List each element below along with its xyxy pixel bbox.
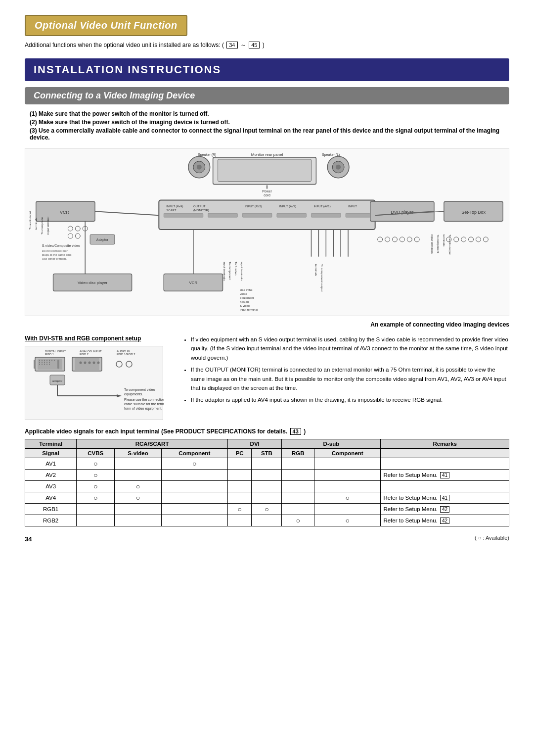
- cell-av3-stb: [252, 481, 282, 492]
- cell-rgb1-dcomp: [314, 504, 381, 515]
- svg-point-125: [93, 362, 95, 364]
- cell-rgb2-pc: [227, 515, 251, 526]
- svg-point-58: [75, 234, 80, 238]
- cell-av2-rgb: [282, 470, 314, 481]
- svg-rect-28: [346, 213, 370, 217]
- svg-point-92: [483, 237, 488, 242]
- cell-av2-pc: [227, 470, 251, 481]
- col-remarks: Remarks: [381, 439, 509, 449]
- table-row: AV4 ○ ○ ○ Refer to Setup Menu. 41: [25, 492, 509, 504]
- cell-av2-component: [161, 470, 227, 481]
- cell-av4-component: [161, 492, 227, 504]
- cell-av3-component: [161, 481, 227, 492]
- svg-point-82: [385, 237, 390, 242]
- cell-rgb2-cvbs: [77, 515, 115, 526]
- svg-text:To S video: To S video: [234, 262, 237, 276]
- svg-rect-20: [208, 213, 238, 217]
- page-number: 34: [25, 535, 32, 543]
- svg-rect-102: [42, 360, 43, 361]
- connecting-title: Connecting to a Video Imaging Device: [34, 91, 195, 100]
- cell-av4-dcomp: ○: [314, 492, 381, 504]
- subtitle-line: Additional functions when the optional v…: [25, 41, 509, 49]
- bullet-list: If video equipment with an S video outpu…: [183, 335, 509, 405]
- table-body: AV1 ○ ○ AV2 ○ Refer to Setup Menu. 41 AV…: [25, 458, 509, 526]
- svg-text:Set-Top Box: Set-Top Box: [461, 210, 486, 215]
- svg-point-123: [84, 362, 87, 364]
- cell-av2-cvbs: ○: [77, 470, 115, 481]
- svg-rect-110: [49, 362, 50, 363]
- cell-av2-stb: [252, 470, 282, 481]
- cell-av3-pc: [227, 481, 251, 492]
- instruction-2: (2) Make sure that the power switch of t…: [25, 119, 509, 126]
- optional-video-title: Optional Video Unit Function: [35, 20, 178, 31]
- col-stb: STB: [252, 449, 282, 458]
- cell-rgb2-rgb: ○: [282, 515, 314, 526]
- svg-point-127: [116, 361, 122, 367]
- svg-text:RGB 1/RGB 2: RGB 1/RGB 2: [117, 353, 135, 356]
- cell-av4-remarks: Refer to Setup Menu. 41: [381, 492, 509, 504]
- svg-rect-114: [46, 364, 47, 365]
- svg-text:To component video: To component video: [124, 388, 155, 392]
- cell-av2-remarks: Refer to Setup Menu. 41: [381, 470, 509, 481]
- cell-av3-rgb: [282, 481, 314, 492]
- svg-rect-2: [218, 159, 312, 182]
- svg-text:INPUT (AV1): INPUT (AV1): [313, 205, 330, 208]
- cell-av3: AV3: [25, 481, 77, 492]
- svg-text:Do not connect both: Do not connect both: [42, 249, 68, 252]
- col-terminal: Terminal: [25, 439, 77, 449]
- col-remarks-sub: [381, 449, 509, 458]
- cell-av1-dcomp: [314, 458, 381, 470]
- col-dvi: DVI: [227, 439, 281, 449]
- svg-text:input terminals: input terminals: [431, 235, 434, 254]
- diagram-caption: An example of connecting video imaging d…: [25, 321, 509, 328]
- svg-rect-101: [39, 360, 40, 361]
- svg-text:video: video: [240, 292, 247, 295]
- table-row: AV2 ○ Refer to Setup Menu. 41: [25, 470, 509, 481]
- svg-text:INPUT: INPUT: [348, 205, 357, 208]
- svg-rect-109: [46, 362, 47, 363]
- main-diagram: Monitor rear panel Speaker (R) Speaker (…: [25, 148, 509, 316]
- svg-text:Use if the: Use if the: [240, 288, 253, 291]
- optional-video-header: Optional Video Unit Function: [25, 15, 187, 36]
- col-dsub: D-sub: [282, 439, 381, 449]
- table-row: AV3 ○ ○: [25, 481, 509, 492]
- svg-text:To audio output: To audio output: [448, 235, 451, 255]
- dvi-section: With DVI-STB and RGB component setup DIG…: [25, 335, 509, 420]
- bullet-3: If the adaptor is applied to AV4 input a…: [191, 395, 509, 404]
- svg-point-84: [400, 237, 404, 242]
- svg-point-88: [454, 237, 459, 242]
- applicable-line: Applicable video signals for each input …: [25, 428, 509, 435]
- svg-point-90: [469, 237, 474, 242]
- col-svideo: S-video: [115, 449, 161, 458]
- table-row: RGB2 ○ ○ Refer to Setup Menu. 42: [25, 515, 509, 526]
- cell-av2-dcomp: [314, 470, 381, 481]
- svg-rect-115: [49, 364, 50, 365]
- cell-rgb1-stb: ○: [252, 504, 282, 515]
- svg-point-7: [336, 165, 341, 170]
- svg-point-122: [80, 362, 82, 364]
- cell-rgb2-remarks: Refer to Setup Menu. 42: [381, 515, 509, 526]
- installation-header: INSTALLATION INSTRUCTIONS: [25, 58, 509, 81]
- cell-av1-svideo: [115, 458, 161, 470]
- cell-av3-dcomp: [314, 481, 381, 492]
- svg-rect-119: [34, 360, 36, 369]
- instructions-list: (1) Make sure that the power switch of t…: [25, 110, 509, 141]
- svg-text:SCART: SCART: [166, 209, 176, 212]
- svg-text:INPUT (AV2): INPUT (AV2): [279, 205, 296, 208]
- cell-rgb1-remarks: Refer to Setup Menu. 42: [381, 504, 509, 515]
- svg-rect-105: [49, 360, 50, 361]
- svg-point-10: [197, 165, 202, 170]
- cell-av4-svideo: ○: [115, 492, 161, 504]
- installation-title: INSTALLATION INSTRUCTIONS: [34, 63, 221, 76]
- cell-rgb2-component: [161, 515, 227, 526]
- table-row: RGB1 ○ ○ Refer to Setup Menu. 42: [25, 504, 509, 515]
- cell-av3-cvbs: ○: [77, 481, 115, 492]
- svg-text:adaptor: adaptor: [52, 379, 62, 382]
- bullet-2: If the OUTPUT (MONITOR) terminal is conn…: [191, 365, 509, 392]
- svg-text:S-video/Composite video: S-video/Composite video: [42, 244, 80, 248]
- svg-text:equipment: equipment: [240, 296, 254, 299]
- dvi-title: With DVI-STB and RGB component setup: [25, 335, 173, 342]
- svg-text:Monitor rear panel: Monitor rear panel: [251, 152, 283, 157]
- svg-rect-26: [311, 213, 341, 217]
- svg-point-128: [126, 361, 132, 367]
